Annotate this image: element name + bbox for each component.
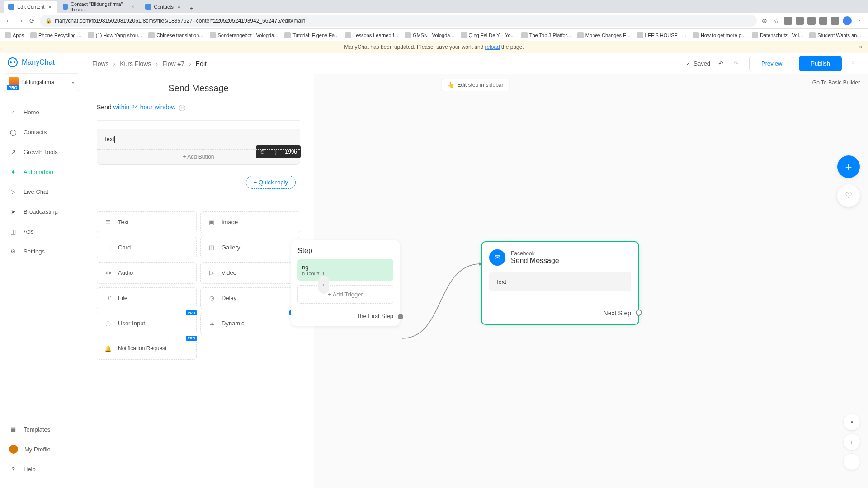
sidebar-item-settings[interactable]: ⚙Settings (0, 241, 83, 261)
chevron-right-icon: › (113, 60, 116, 67)
add-button-row[interactable]: + Add Button (97, 149, 300, 164)
sidebar: ManyChat Bildungsfirma ▾ PRO ⌂Home ◯Cont… (0, 53, 83, 488)
connector-output[interactable] (636, 310, 642, 316)
browser-tab[interactable]: Contacts× (141, 1, 186, 13)
more-button[interactable]: ⋮ (846, 56, 859, 71)
publish-button[interactable]: Publish (799, 56, 842, 71)
bookmark[interactable]: Chinese translation... (148, 32, 203, 38)
bookmark[interactable]: Datenschutz - Vol... (752, 32, 803, 38)
bookmark[interactable]: Student Wants an... (809, 32, 861, 38)
close-icon[interactable]: × (859, 43, 863, 51)
sidebar-item-broadcasting[interactable]: ➤Broadcasting (0, 202, 83, 221)
extension-icon[interactable] (796, 17, 804, 25)
account-selector[interactable]: Bildungsfirma ▾ PRO (4, 73, 79, 91)
extension-icon[interactable] (807, 17, 816, 25)
tab-strip: Edit Content× Contact "Bildungsfirma" th… (0, 0, 868, 13)
check-icon: ✓ (686, 60, 691, 67)
extension-icon[interactable] (831, 17, 839, 25)
star-icon[interactable]: ☆ (772, 17, 780, 25)
extension-icon[interactable] (784, 17, 792, 25)
pro-badge: PRO (186, 336, 197, 341)
basic-builder-link[interactable]: Go To Basic Builder (812, 80, 860, 86)
reload-icon[interactable]: ⟳ (28, 17, 36, 25)
add-trigger-button[interactable]: + Add Trigger (297, 285, 393, 304)
flow-canvas[interactable]: 👆Edit step in sidebar Go To Basic Builde… (83, 74, 868, 488)
video-icon: ▷ (207, 268, 216, 277)
close-icon[interactable]: × (131, 4, 135, 9)
zoom-in-button[interactable]: + (844, 434, 860, 450)
breadcrumb-item[interactable]: Flow #7 (162, 60, 184, 67)
add-image-block[interactable]: ▣Image (200, 211, 300, 233)
text-message-block[interactable]: Text ☺ {} 1996 + Add Button (97, 129, 300, 165)
add-file-block[interactable]: 🖇File (97, 287, 197, 309)
undo-button[interactable]: ↶ (718, 60, 727, 67)
browser-tab[interactable]: Contact "Bildungsfirma" throu...× (58, 1, 140, 13)
bookmark[interactable]: How to get more p... (693, 32, 745, 38)
add-delay-block[interactable]: ◷Delay (200, 287, 300, 309)
zoom-out-button[interactable]: − (844, 454, 860, 470)
favorite-fab[interactable]: ♡ (837, 184, 860, 207)
bookmark[interactable]: (1) How Yang shou... (88, 32, 142, 38)
sidebar-item-profile[interactable]: My Profile (0, 439, 83, 459)
bookmark[interactable]: Money Changes E... (577, 32, 631, 38)
next-step-label: Next Step (489, 310, 631, 317)
flow-node-start[interactable]: Step ng n Tool #11 ‹ + Add Trigger The F… (291, 240, 400, 326)
menu-icon[interactable]: ⋮ (855, 17, 863, 25)
chart-icon: ↗ (9, 148, 17, 156)
quick-reply-button[interactable]: + Quick reply (246, 176, 296, 189)
breadcrumb-item[interactable]: Kurs Flows (120, 60, 151, 67)
bookmark[interactable]: The Top 3 Platfor... (521, 32, 571, 38)
bookmark[interactable]: Phone Recycling ... (30, 32, 81, 38)
breadcrumb-item[interactable]: Flows (92, 60, 109, 67)
sidebar-item-help[interactable]: ?Help (0, 459, 83, 479)
forward-icon[interactable]: → (16, 17, 24, 25)
flow-node-send-message[interactable]: ✉ Facebook Send Message Text Next Step (481, 241, 639, 325)
carousel-prev-icon[interactable]: ‹ (318, 276, 329, 294)
auto-layout-button[interactable]: ✦ (844, 414, 860, 430)
browser-tab[interactable]: Edit Content× (4, 1, 57, 13)
bookmark[interactable]: LEE'S HOUSE - ... (637, 32, 686, 38)
add-user-input-block[interactable]: ▢User InputPRO (97, 313, 197, 334)
sidebar-item-contacts[interactable]: ◯Contacts (0, 122, 83, 142)
bookmark[interactable]: Qing Fei De Yi - Yo... (461, 32, 515, 38)
add-audio-block[interactable]: 🕪Audio (97, 262, 197, 284)
add-text-block[interactable]: ☰Text (97, 211, 197, 233)
bookmark[interactable]: Apps (5, 32, 24, 38)
breadcrumb-item: Edit (196, 60, 207, 67)
zoom-indicator-icon[interactable]: ⊕ (760, 17, 769, 25)
sidebar-item-growth-tools[interactable]: ↗Growth Tools (0, 142, 83, 162)
sidebar-item-ads[interactable]: ◫Ads (0, 221, 83, 241)
trigger-card[interactable]: ng n Tool #11 (297, 259, 393, 281)
add-gallery-block[interactable]: ◫Gallery (200, 237, 300, 258)
bookmark[interactable]: GMSN - Vologda... (405, 32, 454, 38)
back-icon[interactable]: ← (5, 17, 13, 25)
bookmark[interactable]: Lessons Learned f... (345, 32, 398, 38)
sidebar-item-templates[interactable]: ▤Templates (0, 419, 83, 439)
brand[interactable]: ManyChat (0, 53, 83, 71)
add-video-block[interactable]: ▷Video (200, 262, 300, 284)
bookmark[interactable]: Tutorial: Eigene Fa... (284, 32, 339, 38)
extension-icon[interactable] (819, 17, 827, 25)
edit-sidebar-hint[interactable]: 👆Edit step in sidebar (441, 79, 510, 91)
browser-chrome: Edit Content× Contact "Bildungsfirma" th… (0, 0, 868, 29)
url-input[interactable]: 🔒manychat.com/fb198150208192061/8cms/fil… (40, 15, 757, 27)
sidebar-item-home[interactable]: ⌂Home (0, 102, 83, 122)
profile-avatar[interactable] (843, 16, 852, 25)
send-window-link[interactable]: within 24 hour window (113, 103, 176, 111)
sidebar-item-live-chat[interactable]: ▷Live Chat (0, 182, 83, 202)
preview-button[interactable]: Preview (749, 56, 794, 71)
info-icon[interactable]: ? (179, 105, 185, 111)
add-card-block[interactable]: ▭Card (97, 237, 197, 258)
new-tab-button[interactable]: + (187, 4, 196, 13)
sidebar-item-automation[interactable]: ✶Automation (0, 162, 83, 182)
close-icon[interactable]: × (47, 4, 53, 9)
add-step-fab[interactable]: + (837, 155, 860, 178)
send-window-label: Send within 24 hour window ? (97, 103, 300, 111)
text-icon: ☰ (104, 218, 113, 227)
connector-output[interactable] (398, 314, 403, 319)
close-icon[interactable]: × (176, 4, 182, 9)
add-dynamic-block[interactable]: ☁DynamicPRO (200, 313, 300, 334)
add-notification-block[interactable]: 🔔Notification RequestPRO (97, 338, 197, 360)
reload-link[interactable]: reload (485, 44, 500, 50)
bookmark[interactable]: Sonderangebot - Vologda... (210, 32, 278, 38)
